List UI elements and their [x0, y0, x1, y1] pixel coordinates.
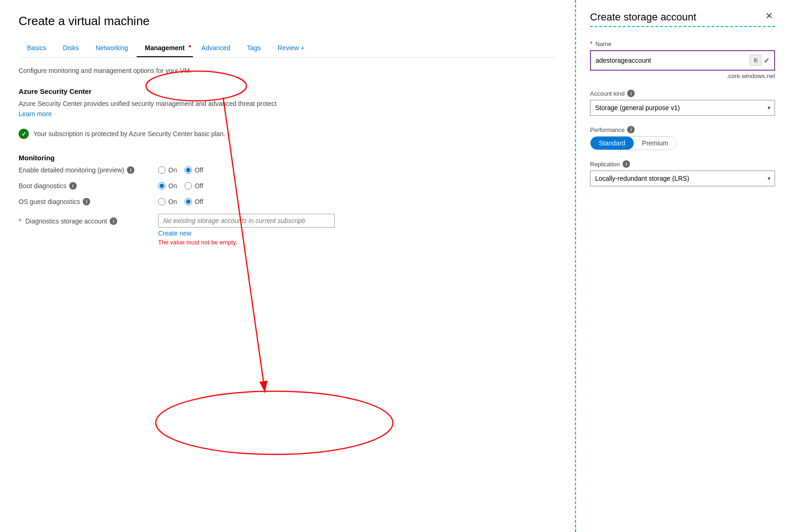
detailed-monitoring-off[interactable]: Off — [185, 166, 203, 174]
account-kind-field-group: Account kind i Storage (general purpose … — [590, 90, 775, 116]
annotation-overlay — [0, 0, 575, 532]
os-guest-diagnostics-on[interactable]: On — [158, 198, 177, 205]
diagnostics-storage-field-wrapper: Create new The value must not be empty. — [158, 214, 335, 246]
os-guest-diagnostics-off-radio[interactable] — [185, 198, 192, 205]
os-guest-diagnostics-on-label: On — [168, 198, 177, 205]
panel-divider — [590, 26, 775, 27]
boot-diagnostics-off-radio[interactable] — [185, 182, 192, 190]
performance-label: Performance i — [590, 126, 775, 133]
input-icons: ⎘ ✓ — [749, 55, 769, 66]
boot-diagnostics-radio-group: On Off — [158, 182, 203, 190]
svg-point-1 — [156, 391, 393, 454]
name-field-label: * Name — [590, 40, 775, 47]
domain-suffix: .core.windows.net — [590, 72, 775, 79]
learn-more-link[interactable]: Learn more — [19, 110, 52, 118]
name-text-input-wrapper: ⎘ ✓ — [590, 50, 775, 71]
os-guest-diagnostics-on-radio[interactable] — [158, 198, 166, 205]
azure-security-section: Azure Security Center Azure Security Cen… — [19, 87, 556, 139]
os-guest-diagnostics-radio-group: On Off — [158, 198, 203, 205]
panel-header: Create storage account ✕ — [590, 11, 775, 23]
tab-management[interactable]: Management • — [137, 39, 193, 57]
performance-info-icon[interactable]: i — [627, 126, 635, 133]
tab-basics[interactable]: Basics — [19, 39, 54, 57]
account-kind-select-wrapper: Storage (general purpose v1) StorageV2 (… — [590, 100, 775, 116]
detailed-monitoring-info-icon[interactable]: i — [127, 166, 134, 174]
detailed-monitoring-off-label: Off — [195, 166, 203, 174]
performance-toggle: Standard Premium — [590, 136, 677, 150]
os-guest-diagnostics-info-icon[interactable]: i — [83, 198, 90, 205]
boot-diagnostics-label: Boot diagnostics i — [19, 182, 149, 190]
account-kind-info-icon[interactable]: i — [627, 90, 635, 97]
boot-diagnostics-on-label: On — [168, 182, 177, 190]
boot-diagnostics-row: Boot diagnostics i On Off — [19, 182, 556, 190]
tab-disks[interactable]: Disks — [54, 39, 87, 57]
os-guest-diagnostics-row: OS guest diagnostics i On Off — [19, 198, 556, 205]
security-status-text: Your subscription is protected by Azure … — [33, 130, 225, 138]
security-description: Azure Security Center provides unified s… — [19, 100, 556, 107]
right-panel: Create storage account ✕ * Name ⎘ ✓ .cor… — [575, 0, 789, 532]
check-circle-icon — [19, 129, 29, 139]
boot-diagnostics-on[interactable]: On — [158, 182, 177, 190]
required-dot: • — [188, 42, 191, 51]
storage-account-error: The value must not be empty. — [158, 239, 335, 246]
performance-field-group: Performance i Standard Premium — [590, 126, 775, 150]
monitoring-heading: Monitoring — [19, 154, 556, 162]
security-heading: Azure Security Center — [19, 87, 556, 95]
name-field-group: * Name ⎘ ✓ .core.windows.net — [590, 40, 775, 79]
replication-select[interactable]: Locally-redundant storage (LRS) Zone-red… — [590, 171, 775, 186]
page-title: Create a virtual machine — [19, 14, 556, 28]
detailed-monitoring-off-radio[interactable] — [185, 166, 192, 174]
replication-info-icon[interactable]: i — [623, 160, 630, 168]
check-icon: ✓ — [763, 56, 769, 65]
detailed-monitoring-on-radio[interactable] — [158, 166, 166, 174]
performance-standard-button[interactable]: Standard — [590, 137, 634, 150]
name-input[interactable] — [596, 57, 735, 64]
tab-networking[interactable]: Networking — [87, 39, 136, 57]
monitoring-section: Monitoring Enable detailed monitoring (p… — [19, 154, 556, 246]
os-guest-diagnostics-off-label: Off — [195, 198, 203, 205]
tab-advanced[interactable]: Advanced — [193, 39, 239, 57]
diagnostics-storage-info-icon[interactable]: i — [110, 217, 117, 225]
name-required-star: * — [590, 40, 592, 47]
diagnostics-storage-label: * Diagnostics storage account i — [19, 217, 149, 225]
os-guest-diagnostics-off[interactable]: Off — [185, 198, 203, 205]
tab-tags[interactable]: Tags — [239, 39, 269, 57]
security-status: Your subscription is protected by Azure … — [19, 129, 556, 139]
tab-description: Configure monitoring and management opti… — [19, 67, 556, 74]
detailed-monitoring-on-label: On — [168, 166, 177, 174]
tab-bar: Basics Disks Networking Management • Adv… — [19, 39, 556, 58]
detailed-monitoring-row: Enable detailed monitoring (preview) i O… — [19, 166, 556, 174]
replication-field-group: Replication i Locally-redundant storage … — [590, 160, 775, 186]
performance-premium-button[interactable]: Premium — [634, 137, 676, 150]
tab-review[interactable]: Review + — [269, 39, 313, 57]
diagnostics-storage-row: * Diagnostics storage account i Create n… — [19, 214, 556, 246]
boot-diagnostics-on-radio[interactable] — [158, 182, 166, 190]
copy-icon-button[interactable]: ⎘ — [749, 55, 762, 66]
account-kind-select[interactable]: Storage (general purpose v1) StorageV2 (… — [590, 100, 775, 116]
create-new-link[interactable]: Create new — [158, 230, 335, 237]
account-kind-label: Account kind i — [590, 90, 775, 97]
diagnostics-storage-input[interactable] — [158, 214, 335, 228]
replication-label: Replication i — [590, 160, 775, 168]
replication-select-wrapper: Locally-redundant storage (LRS) Zone-red… — [590, 171, 775, 186]
detailed-monitoring-label: Enable detailed monitoring (preview) i — [19, 166, 149, 174]
boot-diagnostics-off[interactable]: Off — [185, 182, 203, 190]
detailed-monitoring-on[interactable]: On — [158, 166, 177, 174]
required-star: * — [19, 217, 21, 225]
boot-diagnostics-info-icon[interactable]: i — [69, 182, 77, 190]
detailed-monitoring-radio-group: On Off — [158, 166, 203, 174]
boot-diagnostics-off-label: Off — [195, 182, 203, 190]
panel-title: Create storage account — [590, 11, 696, 23]
close-button[interactable]: ✕ — [763, 11, 775, 20]
os-guest-diagnostics-label: OS guest diagnostics i — [19, 198, 149, 205]
